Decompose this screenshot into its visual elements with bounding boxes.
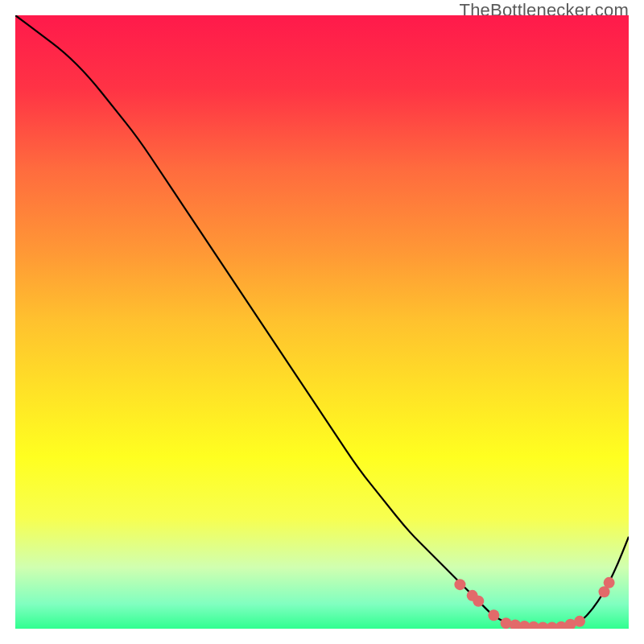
- chart-svg: [15, 15, 629, 629]
- plot-area: [15, 15, 629, 629]
- chart-container: TheBottlenecker.com: [0, 0, 644, 644]
- marker-dot: [488, 609, 499, 621]
- marker-dot: [574, 616, 585, 627]
- marker-dot: [473, 596, 484, 607]
- marker-dot: [454, 579, 465, 590]
- gradient-background: [15, 15, 629, 629]
- marker-dot: [604, 577, 615, 588]
